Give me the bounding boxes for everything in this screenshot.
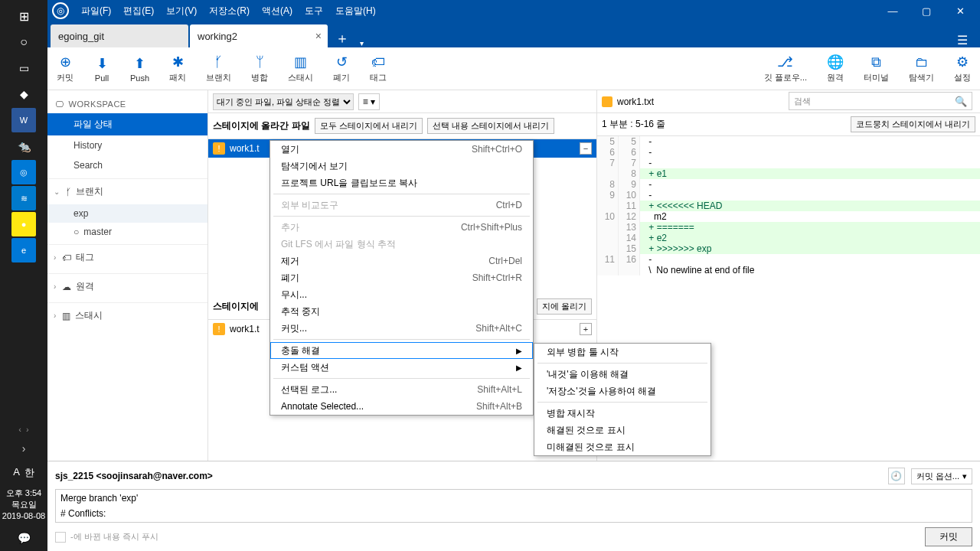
diff-line[interactable]: 55 - (597, 136, 980, 147)
ctx-remove[interactable]: 제거Ctrl+Del (270, 253, 533, 269)
ctx-selected-log[interactable]: 선택된 로그...Shift+Alt+L (270, 381, 533, 398)
unstage-selected-button[interactable]: 선택 내용 스테이지에서 내리기 (427, 118, 554, 134)
ctx-commit[interactable]: 커밋...Shift+Alt+C (270, 320, 533, 337)
view-toggle[interactable]: ≡ ▾ (358, 93, 380, 110)
diff-line[interactable]: 66 - (597, 147, 980, 158)
commit-button[interactable]: ⊕커밋 (57, 54, 74, 83)
minimize-icon[interactable]: — (877, 5, 908, 17)
sidebar-stash-header[interactable]: › ▥ 스태시 (47, 302, 207, 328)
merge-button[interactable]: ᛘ병합 (251, 54, 268, 83)
search-input[interactable]: 검색 🔍 (789, 92, 972, 110)
lang-indicator[interactable]: A (13, 466, 20, 480)
sidebar-remote-header[interactable]: › ☁ 원격 (47, 273, 207, 299)
sourcetree-icon[interactable]: ◎ (11, 160, 36, 184)
ctx-use-theirs[interactable]: '저장소'것을 사용하여 해결 (534, 383, 710, 399)
terminal-button[interactable]: ⧉터미널 (864, 54, 889, 83)
tag-button[interactable]: 🏷태그 (370, 54, 387, 83)
remote-button[interactable]: 🌐원격 (827, 54, 844, 83)
tab-close-icon[interactable]: × (315, 30, 322, 42)
repo-tab[interactable]: egoing_git (51, 24, 188, 47)
ctx-annotate[interactable]: Annotate Selected...Shift+Alt+B (270, 398, 533, 415)
diff-line[interactable]: 8 + e1 (597, 168, 980, 179)
ctx-resolve-conflict[interactable]: 충돌 해결▶ (270, 342, 533, 359)
repo-tab-active[interactable]: working2 × (190, 24, 328, 47)
menu-tool[interactable]: 도구 (300, 5, 328, 18)
gitflow-button[interactable]: ⎇깃 플로우... (764, 54, 807, 83)
branch-master[interactable]: ○master (47, 223, 207, 241)
history-icon[interactable]: 🕘 (888, 468, 905, 484)
taskbar-app[interactable]: 🐀 (5, 134, 42, 158)
collapse-icon[interactable]: − (580, 142, 592, 155)
pull-button[interactable]: ⬇Pull (93, 55, 110, 83)
start-icon[interactable]: ⊞ (5, 4, 42, 28)
kakaotalk-icon[interactable]: ● (11, 212, 36, 236)
sidebar-search[interactable]: Search (47, 155, 207, 175)
edge-icon[interactable]: e (11, 238, 36, 262)
branch-button[interactable]: ᚶ브랜치 (206, 54, 231, 83)
diff-line[interactable]: 77 - (597, 158, 980, 168)
sidebar-file-status[interactable]: 파일 상태 (47, 113, 207, 135)
diff-line[interactable]: \ No newline at end of file (597, 265, 980, 276)
menu-action[interactable]: 액션(A) (257, 5, 297, 18)
ime-indicator[interactable]: 한 (24, 466, 34, 480)
task-view-icon[interactable]: ▭ (5, 56, 42, 80)
stash-button[interactable]: ▥스태시 (288, 54, 313, 83)
ctx-open[interactable]: 열기Shift+Ctrl+O (270, 141, 533, 158)
push-immediately-checkbox[interactable] (55, 532, 66, 543)
hamburger-icon[interactable]: ☰ (948, 33, 977, 47)
notifications-icon[interactable]: 💬 (5, 526, 42, 550)
settings-button[interactable]: ⚙설정 (954, 54, 971, 83)
search-icon[interactable]: ○ (5, 30, 42, 54)
discard-button[interactable]: ↺폐기 (333, 54, 350, 83)
branch-exp[interactable]: exp (47, 204, 207, 223)
diff-line[interactable]: 910 - (597, 190, 980, 201)
diff-line[interactable]: 1116 - (597, 254, 980, 265)
commit-button[interactable]: 커밋 (925, 527, 972, 546)
add-icon[interactable]: + (580, 323, 592, 335)
sidebar-history[interactable]: History (47, 135, 207, 155)
unstage-hunk-button[interactable]: 코드뭉치 스테이지에서 내리기 (851, 116, 975, 132)
ctx-mark-unresolved[interactable]: 미해결된 것으로 표시 (534, 439, 710, 455)
sort-select[interactable]: 대기 중인 파일, 파일 상태순 정렬 (213, 93, 354, 110)
diff-line[interactable]: 11 + <<<<<<< HEAD (597, 201, 980, 211)
diff-line[interactable]: 1012 m2 (597, 211, 980, 222)
patch-button[interactable]: ✱패치 (169, 54, 186, 83)
ctx-use-mine[interactable]: '내것'을 이용해 해결 (534, 366, 710, 383)
menu-repo[interactable]: 저장소(R) (204, 5, 254, 18)
commit-options-button[interactable]: 커밋 옵션...▾ (911, 468, 972, 484)
close-icon[interactable]: ✕ (945, 5, 975, 17)
tray-expand-icon[interactable]: › (5, 436, 42, 461)
commit-message-input[interactable]: Merge branch 'exp' # Conflicts: (55, 489, 972, 523)
maximize-icon[interactable]: ▢ (911, 5, 942, 17)
unstage-all-button[interactable]: 모두 스테이지에서 내리기 (315, 118, 423, 134)
menu-view[interactable]: 보기(V) (162, 5, 201, 18)
sidebar-tag-header[interactable]: › 🏷 태그 (47, 244, 207, 270)
diff-line[interactable]: 15 + >>>>>>> exp (597, 243, 980, 254)
ctx-reveal[interactable]: 탐색기에서 보기 (270, 158, 533, 174)
taskbar-nav[interactable]: ‹› (0, 423, 47, 435)
ctx-ignore[interactable]: 무시... (270, 286, 533, 303)
tab-dropdown-icon[interactable]: ▾ (355, 39, 368, 47)
stage-selected-button[interactable]: 지에 올리기 (537, 298, 592, 315)
diff-line[interactable]: 14 + e2 (597, 233, 980, 243)
push-button[interactable]: ⬆Push (130, 55, 149, 83)
ctx-discard[interactable]: 폐기Shift+Ctrl+R (270, 269, 533, 286)
clock[interactable]: 오후 3:54 목요일 2019-08-08 (2, 484, 45, 525)
diff-line[interactable]: 89 - (597, 179, 980, 190)
ctx-restart-merge[interactable]: 병합 재시작 (534, 405, 710, 422)
ctx-mark-resolved[interactable]: 해결된 것으로 표시 (534, 422, 710, 439)
vscode-icon[interactable]: ≋ (11, 186, 36, 210)
sidebar-branch-header[interactable]: ⌄ ᚶ 브랜치 (47, 178, 207, 204)
taskbar-app[interactable]: ◆ (5, 82, 42, 106)
menu-help[interactable]: 도움말(H) (331, 5, 381, 18)
add-tab-icon[interactable]: ＋ (329, 29, 355, 47)
ctx-external-merge[interactable]: 외부 병합 툴 시작 (534, 344, 710, 360)
ctx-untrack[interactable]: 추적 중지 (270, 303, 533, 320)
ctx-custom-action[interactable]: 커스텀 액션▶ (270, 359, 533, 376)
explorer-button[interactable]: 🗀탐색기 (909, 54, 934, 83)
menu-file[interactable]: 파일(F) (77, 5, 116, 18)
diff-line[interactable]: 13 + ======= (597, 222, 980, 233)
ctx-copy-url[interactable]: 프로젝트 URL을 클립보드로 복사 (270, 174, 533, 191)
menu-edit[interactable]: 편집(E) (119, 5, 158, 18)
word-icon[interactable]: W (11, 108, 36, 132)
